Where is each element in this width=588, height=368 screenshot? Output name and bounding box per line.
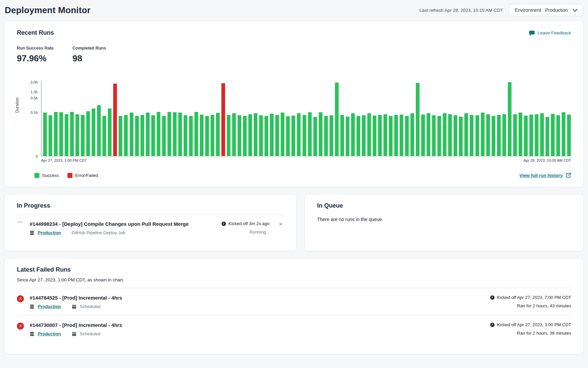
environment-link[interactable]: Production xyxy=(38,331,61,336)
run-bar-success[interactable] xyxy=(319,112,322,156)
run-bar-success[interactable] xyxy=(200,115,204,156)
run-bar-success[interactable] xyxy=(405,116,409,156)
run-bar-success[interactable] xyxy=(567,115,571,156)
run-bar-success[interactable] xyxy=(194,112,198,156)
run-bar-success[interactable] xyxy=(529,115,533,156)
run-bar-success[interactable] xyxy=(135,116,139,156)
run-bar-success[interactable] xyxy=(378,115,382,156)
run-bar-success[interactable] xyxy=(448,114,452,156)
run-bar-success[interactable] xyxy=(173,112,177,156)
run-bar-success[interactable] xyxy=(383,114,387,156)
run-bar-success[interactable] xyxy=(437,116,441,156)
run-bar-success[interactable] xyxy=(335,83,339,156)
run-bar-success[interactable] xyxy=(410,113,414,156)
run-bar-success[interactable] xyxy=(102,116,106,156)
run-bar-success[interactable] xyxy=(141,115,144,156)
run-bar-success[interactable] xyxy=(232,113,236,156)
run-bar-success[interactable] xyxy=(492,116,495,156)
run-bar-success[interactable] xyxy=(346,117,349,156)
run-bar-success[interactable] xyxy=(519,113,522,156)
run-bar-success[interactable] xyxy=(54,112,58,156)
leave-feedback-button[interactable]: Leave Feedback xyxy=(529,30,571,36)
run-bar-success[interactable] xyxy=(70,112,74,156)
run-bar-success[interactable] xyxy=(243,116,247,156)
run-bar-success[interactable] xyxy=(524,116,528,156)
run-bar-success[interactable] xyxy=(513,114,517,156)
run-bar-success[interactable] xyxy=(470,115,473,156)
run-bar-success[interactable] xyxy=(189,116,193,156)
run-bar-success[interactable] xyxy=(556,115,560,156)
environment-dropdown[interactable]: Environment Production xyxy=(509,4,583,16)
run-bar-success[interactable] xyxy=(151,115,155,156)
run-bar-success[interactable] xyxy=(421,115,425,156)
run-bar-success[interactable] xyxy=(184,115,187,156)
run-bar-success[interactable] xyxy=(205,116,209,156)
run-bar-success[interactable] xyxy=(481,113,485,156)
run-bar-success[interactable] xyxy=(86,111,90,156)
run-bar-success[interactable] xyxy=(308,112,312,156)
run-bar-success[interactable] xyxy=(97,105,101,156)
run-bar-success[interactable] xyxy=(459,117,463,156)
run-bar-success[interactable] xyxy=(275,115,279,156)
run-bar-success[interactable] xyxy=(303,115,306,156)
run-bar-success[interactable] xyxy=(49,115,52,156)
run-bar-success[interactable] xyxy=(535,114,538,156)
run-bar-success[interactable] xyxy=(324,116,328,156)
run-bar-success[interactable] xyxy=(394,115,398,156)
run-bar-success[interactable] xyxy=(497,115,501,156)
run-bar-success[interactable] xyxy=(330,115,333,156)
run-bar-success[interactable] xyxy=(248,114,252,156)
run-bar-success[interactable] xyxy=(464,113,468,156)
run-bar-success[interactable] xyxy=(416,83,420,156)
run-bar-success[interactable] xyxy=(259,115,263,156)
run-bar-success[interactable] xyxy=(432,115,436,156)
run-bar-success[interactable] xyxy=(216,113,220,156)
run-bar-success[interactable] xyxy=(351,113,355,156)
close-icon[interactable]: × xyxy=(277,221,284,227)
run-bar-success[interactable] xyxy=(162,116,166,156)
environment-link[interactable]: Production xyxy=(38,230,61,235)
run-bar-success[interactable] xyxy=(130,113,133,156)
run-bar-success[interactable] xyxy=(119,116,122,156)
run-bar-success[interactable] xyxy=(508,82,512,156)
run-bar-success[interactable] xyxy=(211,115,214,156)
run-bar-success[interactable] xyxy=(227,115,230,156)
run-bar-success[interactable] xyxy=(389,116,393,156)
run-bar-success[interactable] xyxy=(297,113,301,156)
environment-link[interactable]: Production xyxy=(38,304,61,309)
run-bar-success[interactable] xyxy=(546,117,549,156)
run-bar-success[interactable] xyxy=(254,113,257,156)
run-bar-success[interactable] xyxy=(373,116,376,156)
run-bar-success[interactable] xyxy=(238,115,241,156)
run-bar-success[interactable] xyxy=(540,113,544,156)
run-bar-failed[interactable] xyxy=(221,83,225,156)
run-bar-success[interactable] xyxy=(59,112,63,156)
run-bar-failed[interactable] xyxy=(113,84,117,156)
run-bar-success[interactable] xyxy=(81,115,85,156)
run-bar-success[interactable] xyxy=(502,114,506,156)
run-bar-success[interactable] xyxy=(562,112,565,156)
run-bar-success[interactable] xyxy=(286,116,290,156)
run-bar-success[interactable] xyxy=(167,112,171,156)
view-full-run-history-link[interactable]: View full run history xyxy=(519,173,571,178)
run-bar-success[interactable] xyxy=(313,117,317,156)
run-bar-success[interactable] xyxy=(65,114,68,156)
run-bar-success[interactable] xyxy=(427,113,430,156)
run-bar-success[interactable] xyxy=(475,115,479,156)
run-bar-success[interactable] xyxy=(157,112,160,156)
run-bar-success[interactable] xyxy=(340,115,344,156)
run-bar-success[interactable] xyxy=(270,114,274,156)
run-bar-success[interactable] xyxy=(108,109,112,156)
run-bar-success[interactable] xyxy=(124,115,128,156)
run-bar-success[interactable] xyxy=(357,116,360,156)
run-bar-success[interactable] xyxy=(367,113,371,156)
run-bar-success[interactable] xyxy=(75,114,79,156)
run-bar-success[interactable] xyxy=(443,113,446,156)
run-bar-success[interactable] xyxy=(43,113,47,156)
run-bar-success[interactable] xyxy=(362,115,366,156)
run-bar-success[interactable] xyxy=(265,116,268,156)
run-bar-success[interactable] xyxy=(291,116,295,156)
run-bar-success[interactable] xyxy=(178,113,182,156)
run-bar-success[interactable] xyxy=(454,115,457,156)
run-bar-success[interactable] xyxy=(400,115,403,156)
